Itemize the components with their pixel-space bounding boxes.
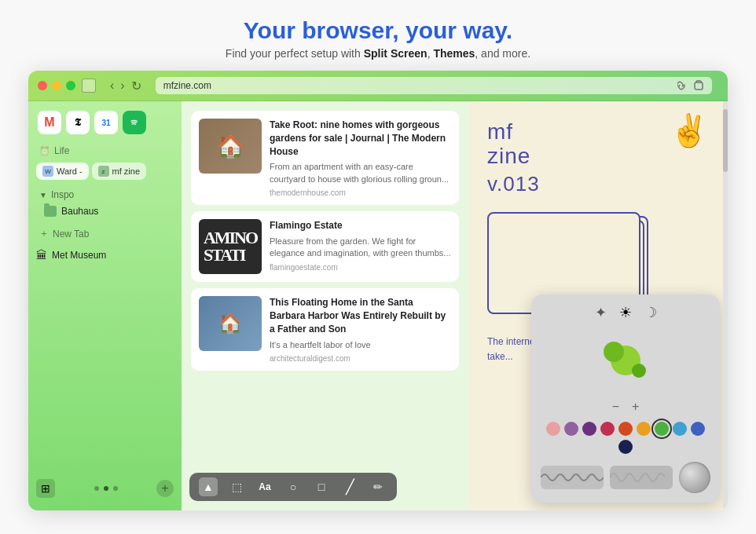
scrollbar-thumb (723, 109, 728, 172)
dot-2 (104, 486, 108, 491)
article-desc-1: From an apartment with an easy-care cour… (270, 161, 451, 185)
swatch-red[interactable] (600, 422, 615, 436)
bauhaus-item[interactable]: Bauhaus (36, 202, 174, 221)
clock-icon: ⏰ (39, 146, 50, 156)
close-button[interactable] (38, 81, 47, 90)
swatch-orange-red[interactable] (618, 422, 633, 436)
swatch-green[interactable] (655, 422, 669, 436)
tab-ward[interactable]: W Ward - (36, 163, 89, 180)
svg-rect-0 (695, 82, 703, 90)
page-header: Your browser, your way. Find your perfec… (0, 0, 756, 71)
swatch-indigo[interactable] (691, 422, 705, 436)
folder-icon (44, 206, 57, 217)
draw-tool[interactable]: ✏ (369, 477, 387, 496)
tab-mfzine[interactable]: z mf zine (92, 163, 146, 180)
forward-button[interactable]: › (119, 79, 126, 93)
swatch-orange[interactable] (637, 422, 651, 436)
theme-size-controls: − + (541, 400, 710, 414)
address-icons (677, 80, 704, 91)
article-list: Take Root: nine homes with gorgeous gard… (182, 101, 468, 510)
sparkle-mode-icon[interactable]: ✦ (595, 304, 607, 321)
back-button[interactable]: ‹ (108, 79, 116, 93)
increase-size-button[interactable]: + (632, 400, 639, 414)
wave-pattern-2[interactable] (610, 466, 673, 489)
plus-icon: ＋ (39, 227, 49, 240)
page-subtitle: Find your perfect setup with Split Scree… (0, 47, 756, 60)
sun-mode-icon[interactable]: ☀ (619, 304, 632, 321)
app-icons-row: M 𝕿 31 (28, 108, 182, 142)
article-card-3[interactable]: This Floating Home in the Santa Barbara … (191, 288, 459, 371)
swatch-blue[interactable] (673, 422, 687, 436)
nyt-icon[interactable]: 𝕿 (66, 111, 90, 134)
article-source-3: architecturaldigest.com (270, 354, 451, 363)
swatch-pink[interactable] (546, 422, 560, 436)
gmail-icon[interactable]: M (38, 111, 61, 134)
article-source-2: flamingoestate.com (270, 263, 451, 272)
medium-orb[interactable] (604, 342, 624, 362)
minimize-button[interactable] (52, 81, 61, 90)
article-thumb-3 (199, 296, 262, 351)
canvas-toolbar: ▲ ⬚ Aa ○ □ ╱ ✏ (189, 473, 397, 501)
image-tool[interactable]: ⬚ (227, 477, 246, 496)
right-pane: mf zine v.013 ✌ The internet is f... are… (468, 101, 728, 510)
met-museum-item[interactable]: 🏛 Met Museum (28, 245, 182, 265)
bookmark-favicon: 🏛 (36, 249, 47, 262)
dial-control[interactable] (679, 462, 710, 493)
calendar-icon[interactable]: 31 (94, 111, 118, 134)
triangle-icon: ▼ (39, 191, 47, 199)
new-tab-item[interactable]: ＋ New Tab (28, 222, 182, 245)
right-scrollbar[interactable] (723, 101, 728, 510)
refresh-button[interactable]: ↻ (130, 79, 143, 93)
feature-themes: Themes (433, 47, 475, 60)
theme-bottom (541, 462, 710, 493)
add-tab-button[interactable]: + (156, 480, 174, 497)
text-tool[interactable]: Aa (255, 477, 274, 496)
nav-buttons: ‹ › ↻ (108, 79, 143, 93)
swatch-violet[interactable] (564, 422, 578, 436)
address-bar[interactable]: mfzine.com (156, 77, 712, 94)
sidebar: M 𝕿 31 ⏰ Life W Ward - z mf (28, 101, 182, 510)
dot-3 (113, 486, 118, 491)
page-title: Your browser, your way. (0, 17, 756, 44)
article-desc-3: It's a heartfelt labor of love (270, 339, 451, 351)
inspo-group: ▼ Inspo Bauhaus (28, 183, 182, 222)
article-info-2: Flamingo Estate Pleasure from the garden… (270, 219, 451, 274)
tab-mfzine-favicon: z (98, 166, 109, 177)
dot-indicators (61, 486, 150, 491)
small-orb[interactable] (632, 364, 646, 378)
grid-icon[interactable]: ⊞ (36, 479, 55, 498)
life-label: Life (54, 145, 69, 156)
article-thumb-1 (199, 119, 262, 174)
wave-pattern-1[interactable] (541, 466, 604, 489)
split-view: Take Root: nine homes with gorgeous gard… (182, 101, 728, 510)
tabs-row: W Ward - z mf zine (28, 159, 182, 183)
feature-split-screen: Split Screen (364, 47, 428, 60)
article-title-1: Take Root: nine homes with gorgeous gard… (270, 119, 451, 158)
line-tool[interactable]: ╱ (340, 477, 359, 496)
maximize-button[interactable] (66, 81, 75, 90)
theme-picker: ✦ ☀ ☽ (531, 294, 720, 503)
tab-mfzine-label: mf zine (112, 166, 140, 176)
dot-1 (94, 486, 99, 491)
spotify-icon[interactable] (123, 111, 146, 134)
mfzine-version: v.013 (487, 172, 709, 196)
article-card-1[interactable]: Take Root: nine homes with gorgeous gard… (191, 111, 459, 205)
color-swatches (541, 422, 710, 454)
article-card-2[interactable]: AMINOSTATI Flamingo Estate Pleasure from… (191, 211, 459, 282)
content-area: M 𝕿 31 ⏰ Life W Ward - z mf (28, 101, 728, 510)
life-section: ⏰ Life (28, 142, 182, 159)
rect-tool[interactable]: □ (312, 477, 331, 496)
orbs-area (547, 329, 704, 392)
sidebar-bottom: ⊞ + (28, 473, 182, 504)
select-tool[interactable]: ▲ (199, 477, 218, 496)
article-title-2: Flamingo Estate (270, 219, 451, 232)
tab-ward-favicon: W (42, 166, 53, 177)
swatch-purple[interactable] (582, 422, 596, 436)
moon-mode-icon[interactable]: ☽ (644, 304, 657, 321)
swatch-dark[interactable] (618, 440, 633, 454)
circle-tool[interactable]: ○ (284, 477, 303, 496)
inspo-label[interactable]: ▼ Inspo (36, 188, 174, 202)
title-bar: ‹ › ↻ mfzine.com (28, 71, 728, 101)
window-grid-icon (82, 79, 96, 93)
decrease-size-button[interactable]: − (612, 400, 619, 414)
